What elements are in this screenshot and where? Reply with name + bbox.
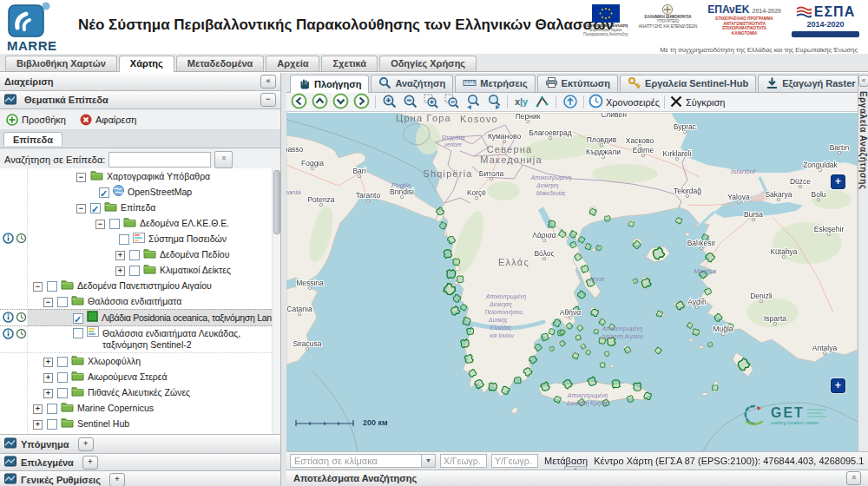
- expand-panel-button[interactable]: +: [82, 456, 98, 470]
- tree-row[interactable]: +Κλιματικοί Δείκτες: [0, 262, 280, 278]
- map-tab[interactable]: Εξαγωγή Raster: [758, 75, 863, 92]
- tool-zoom-next[interactable]: [483, 94, 503, 111]
- tool-coords-xy[interactable]: x|y: [511, 94, 531, 111]
- tree-row[interactable]: +Πιθανές Αλιευτικές Ζώνες: [0, 384, 280, 400]
- tool-pan-down[interactable]: [331, 94, 351, 111]
- collapsed-panel[interactable]: Υπόμνημα +: [0, 434, 280, 453]
- tool-pan-right[interactable]: [352, 94, 372, 111]
- tree-scrollbar-thumb[interactable]: [273, 170, 280, 234]
- collapse-panel-button[interactable]: −: [260, 93, 276, 107]
- tree-scrollbar[interactable]: [272, 168, 280, 434]
- x-coordinate-input[interactable]: [440, 454, 487, 468]
- tree-row[interactable]: OpenStreetMap: [0, 184, 280, 200]
- nav-tab[interactable]: Αρχεία: [266, 56, 319, 71]
- layer-checkbox[interactable]: [73, 328, 83, 338]
- map-tab[interactable]: Αναζήτηση: [371, 75, 453, 92]
- tool-compare[interactable]: Σύγκριση: [668, 94, 726, 111]
- remove-layer-button[interactable]: Αφαίρεση: [80, 114, 136, 126]
- layer-checkbox[interactable]: [73, 313, 83, 324]
- nav-tab[interactable]: Βιβλιοθήκη Χαρτών: [5, 56, 117, 71]
- map-tab[interactable]: Μετρήσεις: [455, 75, 535, 92]
- nav-tab[interactable]: Οδηγίες Χρήσης: [379, 56, 477, 71]
- time-icon[interactable]: [16, 328, 27, 342]
- clear-search-button[interactable]: ×: [214, 151, 233, 168]
- layer-checkbox[interactable]: [47, 419, 57, 430]
- tree-row[interactable]: +Χλωροφύλλη: [0, 353, 280, 369]
- tool-pan-up[interactable]: [310, 94, 330, 111]
- tree-row[interactable]: +Sentinel Hub: [0, 416, 280, 431]
- layer-checkbox[interactable]: [119, 234, 129, 245]
- collapse-node-icon[interactable]: −: [95, 220, 105, 229]
- layer-checkbox[interactable]: [57, 388, 68, 398]
- tree-row[interactable]: −Θαλάσσια ενδιαιτήματα: [0, 293, 280, 309]
- expand-node-icon[interactable]: +: [43, 358, 53, 367]
- time-icon[interactable]: [16, 233, 27, 246]
- tree-row[interactable]: +Marine Copernicus: [0, 400, 280, 416]
- layer-checkbox[interactable]: [47, 281, 57, 292]
- combo-arrow-icon[interactable]: ▼: [421, 455, 435, 467]
- expand-node-icon[interactable]: +: [115, 251, 125, 260]
- layer-checkbox[interactable]: [99, 187, 109, 198]
- collapse-node-icon[interactable]: −: [76, 204, 86, 213]
- expand-node-icon[interactable]: +: [33, 420, 43, 430]
- tree-row[interactable]: Λιβάδια Posidonia oceanica, ταξινόμηση L…: [0, 309, 280, 326]
- map-canvas[interactable]: Црна ГораKosovoСевернаМакедонијаShqipëri…: [286, 113, 858, 451]
- collapsed-panel[interactable]: Επιλεγμένα +: [0, 453, 280, 470]
- layer-checkbox[interactable]: [90, 203, 101, 213]
- go-button[interactable]: Μετάβαση: [544, 456, 588, 466]
- expand-node-icon[interactable]: +: [33, 404, 43, 414]
- layer-checkbox[interactable]: [57, 297, 68, 307]
- tree-row[interactable]: −Δεδομένα ΕΛ.ΚΕ.Θ.Ε.: [0, 215, 280, 231]
- tool-full-extent[interactable]: [560, 94, 580, 111]
- nav-tab[interactable]: Μεταδεδομένα: [176, 56, 265, 71]
- right-panel-tab[interactable]: « Εργαλεία Αναζήτησης: [858, 73, 868, 451]
- tree-row[interactable]: −Χαρτογραφικά Υπόβαθρα: [0, 168, 280, 184]
- expand-panel-button[interactable]: +: [78, 437, 94, 451]
- layer-checkbox[interactable]: [57, 372, 68, 383]
- time-icon[interactable]: [16, 312, 27, 326]
- results-panel-header[interactable]: Αποτελέσματα Αναζήτησης «: [286, 470, 868, 486]
- expand-node-icon[interactable]: +: [115, 266, 125, 276]
- map-plus-button[interactable]: +: [831, 174, 845, 189]
- tree-row[interactable]: Σύστημα Ποσειδών: [0, 231, 280, 246]
- tool-zoom-out[interactable]: [400, 94, 420, 111]
- add-layer-button[interactable]: Προσθήκη: [6, 114, 66, 126]
- expand-node-icon[interactable]: +: [43, 373, 53, 383]
- tool-measure-path[interactable]: [532, 94, 552, 111]
- collapse-node-icon[interactable]: −: [76, 173, 86, 182]
- expand-panel-button[interactable]: +: [109, 473, 125, 486]
- collapsed-panel[interactable]: Γενικές Ρυθμίσεις +: [0, 470, 280, 486]
- expand-right-panel-button[interactable]: «: [858, 75, 868, 87]
- map-tab[interactable]: Εργαλεία Sentinel-Hub: [620, 75, 756, 92]
- tool-zoom-in[interactable]: [379, 94, 399, 111]
- layer-checkbox[interactable]: [47, 404, 57, 414]
- scale-combo[interactable]: Εστίαση σε κλίμακα ▼: [290, 454, 436, 468]
- tool-zoom-box-out[interactable]: [442, 94, 462, 111]
- tree-row[interactable]: Θαλάσσια ενδιαιτήματα Λευκάδας, ταξινόμη…: [0, 326, 280, 353]
- tree-row[interactable]: +Δεδομένα Πεδίου: [0, 246, 280, 262]
- nav-tab[interactable]: Χάρτης: [119, 56, 174, 72]
- nav-tab[interactable]: Σχετικά: [321, 56, 378, 71]
- collapse-sidebar-button[interactable]: «: [260, 75, 276, 89]
- tool-timeseries[interactable]: Χρονοσειρές: [588, 94, 661, 111]
- layer-checkbox[interactable]: [129, 250, 140, 260]
- layer-checkbox[interactable]: [57, 357, 68, 367]
- tree-row[interactable]: −Δεδομένα Πανεπιστημίου Αιγαίου: [0, 278, 280, 293]
- info-icon[interactable]: [3, 312, 14, 326]
- layer-search-input[interactable]: [108, 152, 211, 167]
- map-tab[interactable]: Εκτύπωση: [537, 75, 618, 92]
- tab-layers[interactable]: Επίπεδα: [3, 132, 62, 146]
- thematic-layers-header[interactable]: Θεματικά Επίπεδα −: [0, 91, 280, 109]
- tool-zoom-prev[interactable]: [463, 94, 483, 111]
- collapse-node-icon[interactable]: −: [33, 282, 43, 292]
- map-tab[interactable]: Πλοήγηση: [290, 75, 369, 93]
- y-coordinate-input[interactable]: [491, 454, 538, 468]
- tree-row[interactable]: −Επίπεδα: [0, 200, 280, 215]
- expand-node-icon[interactable]: +: [43, 389, 53, 398]
- tree-row[interactable]: +Αιωρούμενα Στερεά: [0, 369, 280, 384]
- tool-zoom-box-in[interactable]: [421, 94, 441, 111]
- collapse-node-icon[interactable]: −: [43, 298, 53, 307]
- info-icon[interactable]: [3, 328, 14, 342]
- layer-checkbox[interactable]: [129, 266, 140, 276]
- tool-pan-left[interactable]: [289, 94, 309, 111]
